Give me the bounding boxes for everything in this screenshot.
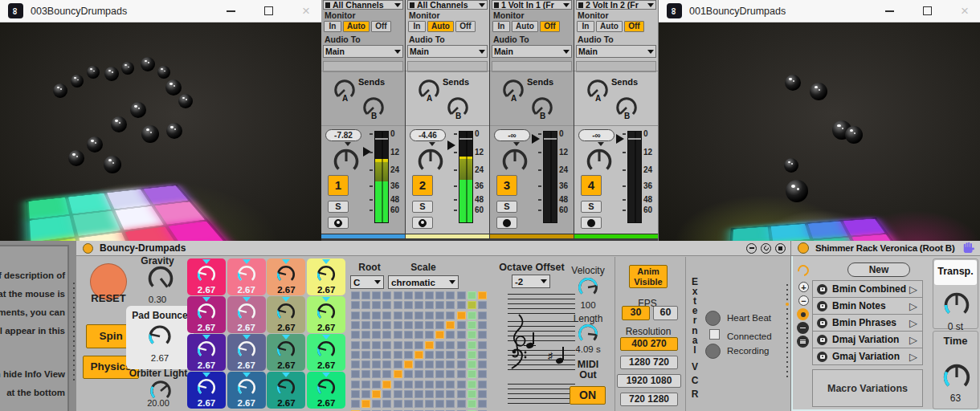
- seq-cell[interactable]: [404, 311, 413, 319]
- seq-cell[interactable]: [468, 341, 476, 349]
- seq-cell[interactable]: [414, 341, 423, 349]
- seq-cell[interactable]: [478, 301, 487, 309]
- pad-knob-cell[interactable]: 2.67: [187, 258, 226, 295]
- pad-knob[interactable]: [196, 340, 217, 360]
- monitor-auto-button[interactable]: Auto: [512, 21, 538, 32]
- seq-cell[interactable]: [404, 400, 413, 408]
- seq-cell[interactable]: [478, 351, 487, 359]
- seq-cell[interactable]: [446, 390, 455, 398]
- snapshot-icon[interactable]: [797, 308, 809, 320]
- seq-cell[interactable]: [425, 360, 434, 368]
- seq-cell[interactable]: [414, 390, 423, 398]
- seq-cell[interactable]: [435, 331, 444, 339]
- seq-cell[interactable]: [372, 400, 381, 408]
- seq-cell[interactable]: [361, 341, 370, 349]
- volume-knob[interactable]: [332, 147, 361, 176]
- seq-cell[interactable]: [446, 291, 455, 299]
- volume-db-value[interactable]: -7.82: [325, 129, 361, 141]
- seq-cell[interactable]: [478, 321, 487, 329]
- seq-cell[interactable]: [404, 390, 413, 398]
- remove-icon[interactable]: −: [798, 295, 809, 306]
- seq-cell[interactable]: [468, 400, 476, 408]
- resolution-button[interactable]: 720 1280: [620, 393, 678, 406]
- arm-button[interactable]: [581, 217, 602, 229]
- pad-knob-cell[interactable]: 2.67: [187, 334, 226, 371]
- seq-cell[interactable]: [425, 311, 434, 319]
- seq-cell[interactable]: [404, 321, 413, 329]
- window-titlebar[interactable]: ∞ 001BouncyDrumpads ×: [659, 0, 980, 22]
- seq-cell[interactable]: [425, 390, 434, 398]
- pad-knob[interactable]: [236, 377, 257, 398]
- seq-cell[interactable]: [457, 321, 466, 329]
- seq-cell[interactable]: [394, 390, 402, 398]
- seq-cell[interactable]: [414, 301, 423, 309]
- seq-cell[interactable]: [404, 351, 413, 359]
- seq-cell[interactable]: [457, 341, 466, 349]
- monitor-auto-button[interactable]: Auto: [427, 21, 454, 32]
- seq-cell[interactable]: [457, 400, 466, 408]
- seq-cell[interactable]: [435, 351, 444, 359]
- pad-knob[interactable]: [196, 377, 217, 398]
- seq-cell[interactable]: [435, 321, 444, 329]
- seq-cell[interactable]: [361, 370, 370, 378]
- seq-cell[interactable]: [468, 331, 476, 339]
- seq-cell[interactable]: [382, 311, 391, 319]
- variation-row[interactable]: Gmaj Variation▷: [812, 348, 923, 365]
- input-select[interactable]: All Channels: [323, 0, 403, 10]
- track-activator-button[interactable]: 2: [412, 175, 433, 196]
- variation-row[interactable]: Bmin Combined▷: [812, 280, 923, 298]
- seq-cell[interactable]: [372, 370, 381, 378]
- fps-30-button[interactable]: 30: [622, 306, 650, 320]
- status-checkbox[interactable]: [709, 329, 720, 340]
- variation-row[interactable]: Bmin Notes▷: [812, 297, 923, 315]
- monitor-auto-button[interactable]: Auto: [343, 21, 370, 32]
- time-knob[interactable]: [941, 362, 972, 393]
- pad-knob-cell[interactable]: 2.67: [307, 334, 345, 371]
- monitor-off-button[interactable]: Off: [540, 21, 560, 32]
- seq-cell[interactable]: [435, 370, 444, 378]
- seq-cell[interactable]: [414, 311, 423, 319]
- seq-cell[interactable]: [457, 351, 466, 359]
- seq-cell[interactable]: [478, 380, 487, 389]
- seq-cell[interactable]: [435, 390, 444, 398]
- seq-cell[interactable]: [351, 380, 360, 389]
- seq-cell[interactable]: [446, 301, 455, 309]
- seq-cell[interactable]: [435, 360, 444, 368]
- pad-knob[interactable]: [276, 377, 296, 398]
- seq-cell[interactable]: [425, 321, 434, 329]
- add-icon[interactable]: +: [798, 282, 809, 292]
- seq-cell[interactable]: [457, 360, 466, 368]
- seq-cell[interactable]: [372, 341, 381, 349]
- pad-knob-cell[interactable]: 2.67: [227, 296, 266, 333]
- seq-cell[interactable]: [404, 360, 413, 368]
- seq-cell[interactable]: [435, 311, 444, 319]
- seq-cell[interactable]: [478, 291, 487, 299]
- volume-knob[interactable]: [585, 147, 614, 176]
- play-icon[interactable]: ▷: [909, 334, 917, 346]
- hide-macros-icon[interactable]: [797, 322, 809, 334]
- track-activator-button[interactable]: 3: [496, 175, 517, 196]
- seq-cell[interactable]: [394, 370, 402, 378]
- seq-cell[interactable]: [351, 400, 360, 408]
- pad-knob-cell[interactable]: 2.67: [267, 258, 305, 295]
- volume-knob[interactable]: [500, 147, 529, 176]
- seq-cell[interactable]: [394, 380, 402, 389]
- seq-cell[interactable]: [351, 390, 360, 398]
- device-resize-handle[interactable]: [785, 283, 790, 379]
- seq-cell[interactable]: [394, 321, 402, 329]
- pad-knob[interactable]: [236, 340, 257, 360]
- seq-cell[interactable]: [468, 390, 476, 398]
- seq-cell[interactable]: [414, 351, 423, 359]
- output-select[interactable]: Main: [492, 45, 572, 58]
- pad-knob[interactable]: [316, 264, 337, 285]
- volume-db-value[interactable]: -∞: [578, 129, 615, 141]
- seq-cell[interactable]: [394, 301, 402, 309]
- device-activator-led[interactable]: [798, 242, 809, 254]
- seq-cell[interactable]: [457, 331, 466, 339]
- resolution-button[interactable]: 400 270: [620, 337, 678, 351]
- seq-cell[interactable]: [361, 291, 370, 299]
- seq-cell[interactable]: [394, 291, 402, 299]
- seq-cell[interactable]: [361, 351, 370, 359]
- seq-cell[interactable]: [394, 311, 402, 319]
- list-icon[interactable]: [797, 336, 809, 348]
